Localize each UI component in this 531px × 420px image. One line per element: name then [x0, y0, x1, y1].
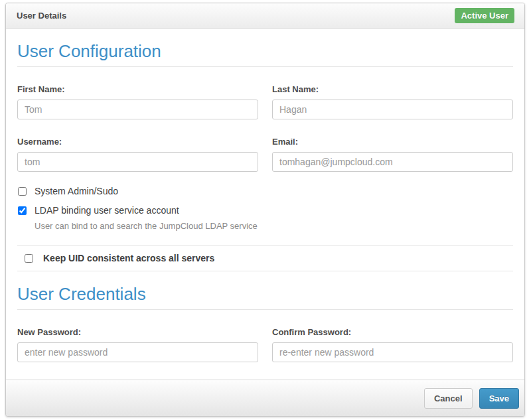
- new-password-input[interactable]: [17, 342, 258, 362]
- new-password-label: New Password:: [17, 327, 258, 337]
- modal-footer: Cancel Save: [6, 380, 524, 416]
- username-input[interactable]: [17, 152, 258, 172]
- first-name-label: First Name:: [17, 84, 258, 94]
- username-group: Username:: [17, 137, 258, 172]
- keep-uid-checkbox[interactable]: [25, 254, 33, 263]
- keep-uid-row: Keep UID consistent across all servers: [17, 245, 513, 271]
- modal-header: User Details Active User: [6, 3, 524, 29]
- email-label: Email:: [272, 137, 513, 147]
- keep-uid-label[interactable]: Keep UID consistent across all servers: [43, 253, 214, 263]
- ldap-binding-label[interactable]: LDAP binding user service account: [35, 205, 179, 216]
- name-row: First Name: Last Name:: [17, 84, 513, 119]
- username-label: Username:: [17, 137, 258, 147]
- confirm-password-label: Confirm Password:: [272, 327, 513, 337]
- account-row: Username: Email:: [17, 137, 513, 172]
- save-button[interactable]: Save: [479, 388, 519, 409]
- first-name-input[interactable]: [17, 100, 258, 119]
- system-admin-checkbox[interactable]: [18, 187, 27, 196]
- user-configuration-heading: User Configuration: [17, 41, 513, 67]
- user-credentials-heading: User Credentials: [17, 284, 513, 310]
- last-name-group: Last Name:: [272, 84, 513, 119]
- status-badge: Active User: [455, 8, 514, 23]
- ldap-binding-help-text: User can bind to and search the JumpClou…: [35, 221, 513, 231]
- email-input[interactable]: [272, 152, 513, 172]
- checkbox-group: System Admin/Sudo LDAP binding user serv…: [17, 186, 513, 231]
- last-name-label: Last Name:: [272, 84, 513, 94]
- confirm-password-input[interactable]: [272, 342, 513, 362]
- email-group: Email:: [272, 137, 513, 172]
- modal-body: User Configuration First Name: Last Name…: [6, 29, 524, 380]
- cancel-button[interactable]: Cancel: [424, 388, 473, 409]
- user-details-modal: User Details Active User User Configurat…: [5, 3, 525, 417]
- password-row: New Password: Confirm Password:: [17, 327, 513, 362]
- first-name-group: First Name:: [17, 84, 258, 119]
- ldap-binding-row: LDAP binding user service account: [17, 205, 513, 216]
- new-password-group: New Password:: [17, 327, 258, 362]
- confirm-password-group: Confirm Password:: [272, 327, 513, 362]
- system-admin-row: System Admin/Sudo: [17, 186, 513, 196]
- last-name-input[interactable]: [272, 100, 513, 119]
- ldap-binding-checkbox[interactable]: [18, 206, 27, 215]
- modal-title: User Details: [17, 11, 66, 21]
- system-admin-label[interactable]: System Admin/Sudo: [35, 186, 118, 196]
